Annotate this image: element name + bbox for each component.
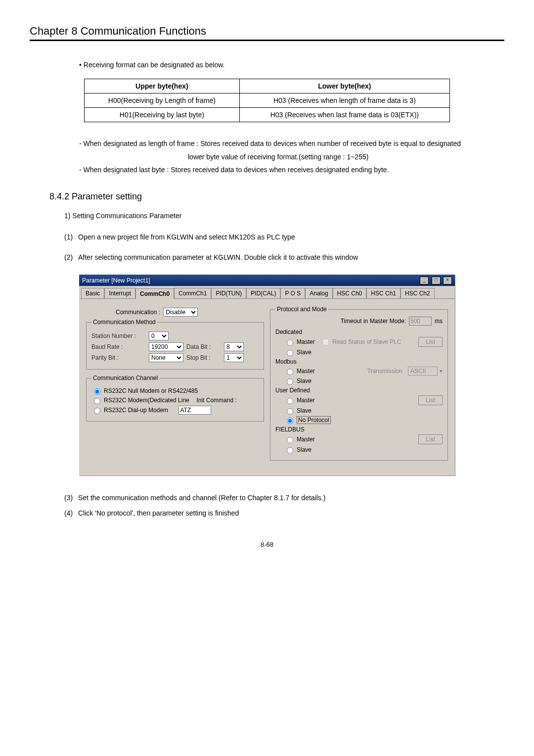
channel-modem-radio[interactable]: [94, 398, 100, 404]
tab-analog[interactable]: Analog: [305, 288, 332, 298]
dedicated-slave-radio[interactable]: [287, 350, 293, 356]
no-protocol-label: No Protocol: [297, 416, 331, 424]
dedicated-master-radio[interactable]: [287, 339, 293, 346]
note-line: - When designated as length of frame : S…: [79, 137, 475, 150]
parameter-dialog: Parameter [New Project1] _ □ × Basic Int…: [79, 275, 455, 475]
modbus-master-radio[interactable]: [287, 369, 293, 375]
tab-interrupt[interactable]: Interrupt: [104, 288, 135, 298]
step-item: (2)After selecting communication paramet…: [64, 250, 504, 265]
data-bit-select[interactable]: 8: [224, 342, 244, 351]
note-line: - When designated last byte : Stores rec…: [79, 163, 475, 177]
table-header: Upper byte(hex): [85, 79, 240, 94]
list-button: List: [418, 395, 443, 405]
stop-bit-label: Stop Bit :: [186, 354, 221, 361]
close-icon[interactable]: ×: [443, 277, 452, 284]
user-defined-label: User Defined: [275, 387, 443, 394]
radio-label: Slave: [297, 407, 312, 414]
tab-commch0[interactable]: CommCh0: [135, 288, 174, 299]
step-item: (4)Click 'No protocol', then parameter s…: [64, 506, 504, 521]
read-status-label: Read Status of Slave PLC: [332, 338, 401, 345]
tab-pos[interactable]: P O S: [280, 288, 305, 298]
radio-label: Slave: [297, 349, 312, 356]
radio-label: RS232C Modem(Dedicated Line: [104, 397, 189, 404]
timeout-input: [409, 317, 432, 326]
tab-bar: Basic Interrupt CommCh0 CommCh1 PID(TUN)…: [79, 286, 455, 299]
userdef-slave-radio[interactable]: [287, 408, 293, 415]
tab-hscch1[interactable]: HSC Ch1: [366, 288, 400, 298]
no-protocol-radio[interactable]: [287, 418, 293, 424]
radio-label: Slave: [297, 446, 312, 453]
table-cell: H01(Receiving by last byte): [85, 108, 240, 122]
table-cell: H03 (Receives when length of frame data …: [239, 94, 449, 108]
bullet-text: • Receiving format can be designated as …: [79, 61, 504, 69]
step-text: After selecting communication parameter …: [78, 253, 358, 261]
fieldbus-master-radio[interactable]: [287, 437, 293, 443]
format-table: Upper byte(hex) Lower byte(hex) H00(Rece…: [84, 79, 450, 122]
legend: Protocol and Mode: [275, 306, 328, 313]
radio-label: Master: [297, 397, 315, 404]
dedicated-label: Dedicated: [275, 329, 443, 335]
radio-label: Master: [297, 368, 315, 375]
station-number-select[interactable]: 0: [149, 331, 169, 340]
subsection: 1) Setting Communications Parameter: [64, 212, 504, 220]
modbus-label: Modbus: [275, 358, 443, 365]
communication-select[interactable]: Disable: [163, 308, 198, 317]
step-text: Open a new project file from KGLWIN and …: [78, 233, 295, 241]
radio-label: RS232C Dial-up Modem: [104, 407, 168, 414]
channel-dialup-radio[interactable]: [94, 408, 100, 414]
section-heading: 8.4.2 Parameter setting: [49, 191, 504, 202]
channel-null-modem-radio[interactable]: [94, 388, 100, 395]
legend: Communication Method: [91, 319, 157, 326]
radio-label: Master: [297, 436, 315, 443]
parity-bit-label: Parity Bit :: [91, 354, 146, 361]
tab-hscch0[interactable]: HSC Ch0: [333, 288, 367, 298]
transmission-select: ASCII: [408, 367, 438, 376]
tab-pidcal[interactable]: PID(CAL): [246, 288, 280, 298]
baud-rate-label: Baud Rate :: [91, 343, 146, 350]
tab-basic[interactable]: Basic: [81, 288, 104, 298]
fieldbus-label: FIELDBUS: [275, 426, 443, 433]
note-line: lower byte value of receiving format.(se…: [188, 150, 475, 164]
data-bit-label: Data Bit :: [186, 343, 221, 350]
step-item: (1)Open a new project file from KGLWIN a…: [64, 230, 504, 245]
notes: - When designated as length of frame : S…: [79, 137, 475, 177]
table-row: Upper byte(hex) Lower byte(hex): [85, 79, 450, 94]
parity-bit-select[interactable]: None: [149, 353, 183, 362]
titlebar: Parameter [New Project1] _ □ ×: [79, 275, 455, 286]
page-number: 8-68: [30, 541, 504, 548]
tab-pidtun[interactable]: PID(TUN): [211, 288, 246, 298]
table-row: H01(Receiving by last byte) H03 (Receive…: [85, 108, 450, 122]
table-row: H00(Receiving by Length of frame) H03 (R…: [85, 94, 450, 108]
communication-label: Communication :: [116, 309, 160, 316]
window-title: Parameter [New Project1]: [82, 277, 150, 284]
transmission-label: Transmission: [367, 368, 402, 375]
table-cell: H00(Receiving by Length of frame): [85, 94, 240, 108]
minimize-icon[interactable]: _: [420, 277, 429, 284]
modbus-slave-radio[interactable]: [287, 378, 293, 385]
read-status-checkbox: [322, 339, 329, 345]
init-command-input[interactable]: [178, 406, 211, 415]
communication-method-group: Communication Method Station Number : 0 …: [86, 319, 264, 370]
divider: [30, 40, 504, 41]
radio-label: Slave: [297, 378, 312, 384]
step-text: Click 'No protocol', then parameter sett…: [78, 509, 239, 517]
legend: Communication Channel: [91, 375, 159, 381]
tab-commch1[interactable]: CommCh1: [174, 288, 211, 298]
radio-label: Master: [297, 338, 315, 345]
step-item: (3)Set the communication methods and cha…: [64, 490, 504, 506]
table-cell: H03 (Receives when last frame data is 03…: [239, 108, 449, 122]
station-number-label: Station Number :: [91, 332, 146, 339]
fieldbus-slave-radio[interactable]: [287, 447, 293, 454]
userdef-master-radio[interactable]: [287, 398, 293, 404]
init-command-label: Init Command :: [196, 397, 236, 404]
tab-hscch2[interactable]: HSC Ch2: [400, 288, 435, 298]
list-button: List: [418, 434, 443, 444]
stop-bit-select[interactable]: 1: [224, 353, 244, 362]
communication-channel-group: Communication Channel RS232C Null Modem …: [86, 375, 264, 422]
maximize-icon[interactable]: □: [432, 277, 441, 284]
protocol-mode-group: Protocol and Mode Timeout in Master Mode…: [270, 306, 448, 461]
radio-label: RS232C Null Modem or RS422/485: [104, 387, 198, 394]
list-button: List: [418, 337, 443, 347]
baud-rate-select[interactable]: 19200: [149, 342, 183, 351]
table-header: Lower byte(hex): [239, 79, 449, 94]
